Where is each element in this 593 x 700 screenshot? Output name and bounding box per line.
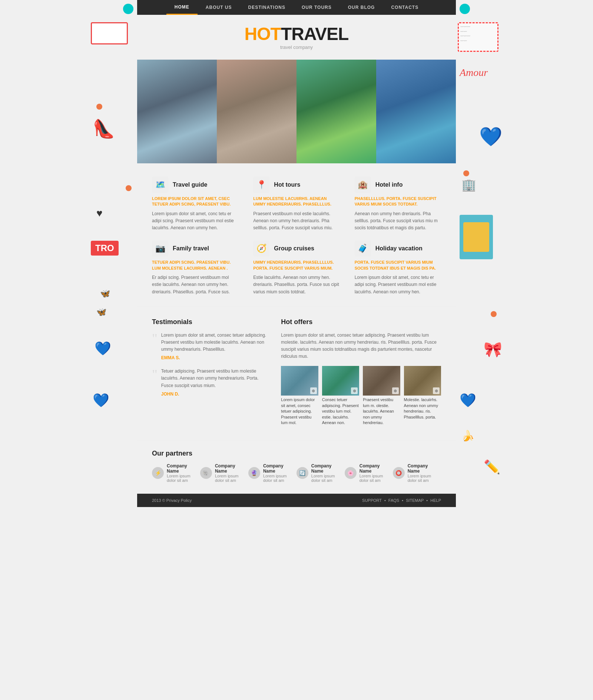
offer-3: ⊕ Praesent vestibu lum m. olestie. lacui… <box>363 366 400 426</box>
footer-link-sitemap[interactable]: SITEMAP <box>406 498 424 503</box>
feature-highlight-2: LUM MOLESTIE LACUIIRHS. AENEAN UMMY HEND… <box>253 196 339 207</box>
footer-link-support[interactable]: SUPPORT <box>362 498 382 503</box>
footer-separator-1: • <box>384 498 386 503</box>
doodle-building-block2 <box>463 222 489 252</box>
doodle-card <box>91 22 128 44</box>
footer-separator-2: • <box>402 498 403 503</box>
logo-hot: HOT <box>245 24 281 44</box>
doodle-building: 🏢 <box>461 178 476 192</box>
doodle-heart-blue: 💙 <box>479 126 502 147</box>
offer-caption-2: Consec tetuer adipiscing. Praesent vesti… <box>322 397 359 426</box>
hot-offers-intro: Lorem ipsum dolor sit amet, consec tetue… <box>281 332 441 360</box>
doodle-envelope: 〰〰〰〰〰〰〰〰〰〰 <box>458 22 498 52</box>
feature-title-5: Group cruises <box>274 245 314 252</box>
offer-image-2[interactable]: ⊕ <box>322 366 359 396</box>
doodle-heart-r2: 💙 <box>460 393 476 408</box>
feature-header-4: 📷 Family travel <box>152 240 238 257</box>
offers-grid: ⊕ Lorem ipsum dolor sit amet, consec tet… <box>281 366 441 426</box>
offer-image-3[interactable]: ⊕ <box>363 366 400 396</box>
partner-name-2: Company Name <box>215 463 245 474</box>
partner-icon-1: ⚡ <box>152 467 164 479</box>
doodle-circle-pink <box>96 104 102 110</box>
nav-destinations[interactable]: DESTINATIONS <box>240 0 293 15</box>
doodle-banana: 🍌 <box>461 430 474 442</box>
offer-zoom-1[interactable]: ⊕ <box>310 387 317 394</box>
travel-guide-icon: 🗺️ <box>152 177 168 193</box>
nav-contacts[interactable]: CONTACTS <box>383 0 427 15</box>
bottom-section: Testimonials " Lorem ipsum dolor sit ame… <box>137 307 456 441</box>
partner-desc-6: Lorem ipsum dolor sit am <box>408 474 437 483</box>
offer-caption-1: Lorem ipsum dolor sit amet, consec tetue… <box>281 397 318 426</box>
partner-desc-3: Lorem ipsum dolor sit am <box>263 474 293 483</box>
offer-zoom-4[interactable]: ⊕ <box>433 387 440 394</box>
offer-image-4[interactable]: ⊕ <box>404 366 441 396</box>
testimonial-text-2: Tetuer adipiscing. Praesent vestibu lum … <box>161 368 266 389</box>
feature-travel-guide: 🗺️ Travel guide LOREM IPSUM DOLOR SIT AM… <box>152 177 238 231</box>
doodle-circle <box>123 4 133 14</box>
nav-blog[interactable]: OUR BLOG <box>340 0 383 15</box>
partner-info-1: Company Name Lorem ipsum dolor sit am <box>167 463 196 483</box>
offer-zoom-3[interactable]: ⊕ <box>392 387 399 394</box>
offer-4: ⊕ Molestie. lacuiirhs. Aenean non ummy h… <box>404 366 441 426</box>
partner-info-3: Company Name Lorem ipsum dolor sit am <box>263 463 293 483</box>
feature-holiday-vacation: 🧳 Holiday vacation PORTA. FUSCE SUSCIPIT… <box>355 240 441 295</box>
feature-hot-tours: 📍 Hot tours LUM MOLESTIE LACUIIRHS. AENE… <box>253 177 339 231</box>
footer-link-help[interactable]: HELP <box>430 498 441 503</box>
doodle-heart: ♥ <box>96 207 103 219</box>
feature-header-6: 🧳 Holiday vacation <box>355 240 441 257</box>
partner-icon-2: 🐘 <box>200 467 212 479</box>
hero-image-2 <box>217 60 296 163</box>
holiday-vacation-icon: 🧳 <box>355 240 371 257</box>
footer-link-faqs[interactable]: FAQS <box>388 498 399 503</box>
offer-image-1[interactable]: ⊕ <box>281 366 318 396</box>
logo-subtitle: travel company <box>137 44 456 50</box>
footer: 2013 © Privacy Policy SUPPORT • FAQS • S… <box>137 494 456 507</box>
feature-header-3: 🏨 Hotel info <box>355 177 441 193</box>
partner-2: 🐘 Company Name Lorem ipsum dolor sit am <box>200 463 248 483</box>
footer-copyright: 2013 © Privacy Policy <box>152 498 192 503</box>
feature-highlight-6: PORTA. FUSCE SUSCIPIT VARIUS MIUM SOCIIS… <box>355 260 441 271</box>
hero-image-3 <box>296 60 376 163</box>
partner-desc-2: Lorem ipsum dolor sit am <box>215 474 245 483</box>
partner-info-2: Company Name Lorem ipsum dolor sit am <box>215 463 245 483</box>
partners-title: Our partners <box>152 450 441 457</box>
doodle-tag: TRO <box>91 241 119 256</box>
partner-icon-3: 🔮 <box>248 467 260 479</box>
offer-zoom-2[interactable]: ⊕ <box>351 387 358 394</box>
nav-tours[interactable]: OUR TOURS <box>294 0 340 15</box>
partner-desc-1: Lorem ipsum dolor sit am <box>167 474 196 483</box>
feature-hotel-info: 🏨 Hotel info PHASELLLLUS. PORTA. FUSCE S… <box>355 177 441 231</box>
testimonial-content-2: Tetuer adipiscing. Praesent vestibu lum … <box>161 368 266 397</box>
logo-travel: TRAVEL <box>281 24 348 44</box>
partner-name-1: Company Name <box>167 463 196 474</box>
doodle-butterfly: 🦋 <box>100 289 110 299</box>
hot-offers-section: Hot offers Lorem ipsum dolor sit amet, c… <box>281 318 441 430</box>
testimonial-2: " Tetuer adipiscing. Praesent vestibu lu… <box>152 368 266 397</box>
testimonial-text-1: Lorem ipsum dolor sit amet, consec tetue… <box>161 332 266 353</box>
footer-separator-3: • <box>426 498 428 503</box>
feature-title-3: Hotel info <box>375 181 403 188</box>
offer-2: ⊕ Consec tetuer adipiscing. Praesent ves… <box>322 366 359 426</box>
partner-icon-5: 🌸 <box>345 467 357 479</box>
partners-section: Our partners ⚡ Company Name Lorem ipsum … <box>137 440 456 494</box>
partner-name-5: Company Name <box>360 463 389 474</box>
footer-links: SUPPORT • FAQS • SITEMAP • HELP <box>362 498 441 503</box>
feature-highlight-5: UMMY HENDRERIAURIS. PHASELLLLUS. PORTA. … <box>253 260 339 271</box>
testimonial-1: " Lorem ipsum dolor sit amet, consec tet… <box>152 332 266 361</box>
right-doodle-panel: 〰〰〰〰〰〰〰〰〰〰 Amour 💙 🏢 🎀 💙 🍌 ✏️ <box>456 0 504 700</box>
doodle-dot-r2 <box>491 311 497 317</box>
offer-caption-4: Molestie. lacuiirhs. Aenean non ummy hen… <box>404 397 441 420</box>
feature-body-1: Lorem ipsum dolor sit amet, conc tetu er… <box>152 210 238 232</box>
doodle-dot-r1 <box>463 170 469 176</box>
nav-home[interactable]: HOME <box>166 0 198 15</box>
doodle-dot <box>126 185 132 191</box>
feature-body-6: Lorem ipsum dolor sit amet, conc tetu er… <box>355 274 441 296</box>
nav-about[interactable]: ABOUT US <box>198 0 240 15</box>
partner-4: 🔄 Company Name Lorem ipsum dolor sit am <box>296 463 345 483</box>
doodle-heart2: 💙 <box>95 341 111 356</box>
logo: HOTTRAVEL <box>137 25 456 43</box>
partner-desc-5: Lorem ipsum dolor sit am <box>360 474 389 483</box>
partner-3: 🔮 Company Name Lorem ipsum dolor sit am <box>248 463 296 483</box>
testimonial-author-1: EMMA S. <box>161 355 266 360</box>
partner-name-3: Company Name <box>263 463 293 474</box>
